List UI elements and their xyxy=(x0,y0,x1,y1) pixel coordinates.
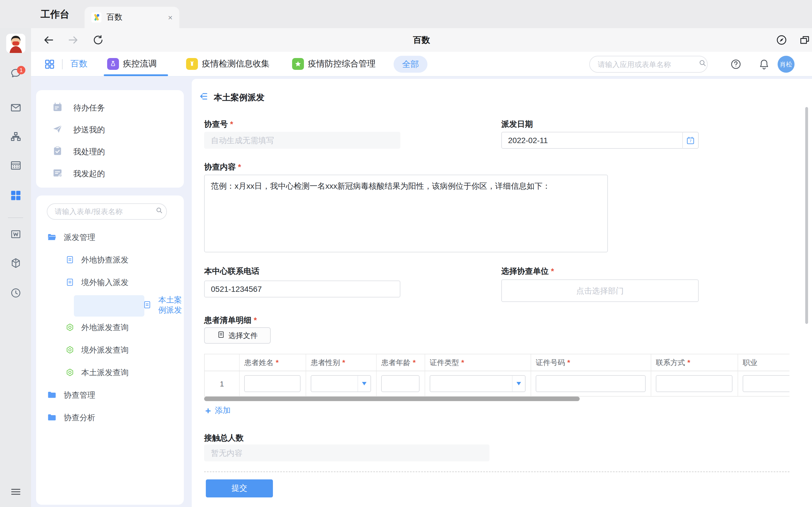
word-doc-icon[interactable] xyxy=(0,228,31,240)
contact-total-label: 接触总人数 xyxy=(204,433,244,443)
compass-icon[interactable] xyxy=(775,34,788,46)
chat-icon[interactable] xyxy=(0,67,31,79)
baishu-logo-icon xyxy=(91,12,101,22)
patient-table-header: 患者姓名* 患者性别* 患者年龄* 证件类型* 证件号码* xyxy=(205,354,790,371)
tree-node-label: 派发管理 xyxy=(64,233,95,243)
submit-button[interactable]: 提交 xyxy=(206,480,273,497)
table-horizontal-scrollbar[interactable] xyxy=(204,397,580,401)
header-occupation: 职业 xyxy=(738,354,790,371)
app-search-input[interactable] xyxy=(597,59,698,69)
profile-avatar[interactable]: 肖松 xyxy=(777,56,795,73)
app-nav: 百数 疾控流调 疫情检测信息收集 疫情防 xyxy=(31,52,812,76)
tree-node-dispatch-mgmt[interactable]: 派发管理 xyxy=(36,226,184,249)
nav-tab-all[interactable]: 全部 xyxy=(394,56,427,73)
survey-content-textarea[interactable]: 范例：x月xx日，我中心检测一名xxx新冠病毒核酸结果为阳性，该病例位于你区，详… xyxy=(204,175,608,252)
id-type-select[interactable] xyxy=(430,375,525,392)
tree-node-label: 外地协查派发 xyxy=(81,255,129,265)
patient-age-input[interactable] xyxy=(381,375,419,392)
mail-icon[interactable] xyxy=(0,101,31,114)
nav-home-baishu[interactable]: 百数 xyxy=(70,59,87,69)
active-tab-underline xyxy=(104,74,168,76)
file-doc-icon xyxy=(217,331,225,340)
tree-node-imported-query[interactable]: 境外派发查询 xyxy=(36,339,184,362)
calendar-icon[interactable]: 7 xyxy=(683,135,698,145)
patient-gender-select[interactable] xyxy=(311,375,371,392)
tree-node-imported-dispatch[interactable]: 境外输入派发 xyxy=(36,272,184,294)
tree-node-local-case-dispatch[interactable]: 本土案例派发 xyxy=(36,294,184,317)
apps-grid-icon[interactable] xyxy=(44,59,55,70)
menu-item-label: 我处理的 xyxy=(73,147,105,157)
choose-file-button[interactable]: 选择文件 xyxy=(204,327,271,344)
svg-text:7: 7 xyxy=(689,138,691,143)
tree-node-label: 本土派发查询 xyxy=(81,368,129,378)
tree-node-label: 境外派发查询 xyxy=(81,345,129,355)
form-doc-icon xyxy=(142,300,151,311)
clock-icon[interactable] xyxy=(0,287,31,299)
menu-item-initiated[interactable]: 我发起的 xyxy=(36,163,184,185)
tree-node-outside-query[interactable]: 外地派发查询 xyxy=(36,317,184,339)
row-number: 1 xyxy=(205,371,240,396)
calendar-grid-icon[interactable] xyxy=(0,159,31,172)
workspace-grid-icon[interactable] xyxy=(0,189,31,202)
cube-icon[interactable] xyxy=(0,257,31,269)
nav-tab-label: 疾控流调 xyxy=(123,59,157,69)
nav-tab-prevention-mgmt[interactable]: 疫情防控综合管理 xyxy=(292,58,375,70)
add-label: 添加 xyxy=(215,406,231,416)
id-number-input[interactable] xyxy=(536,375,646,392)
rail-divider xyxy=(8,217,23,218)
form-search-input[interactable] xyxy=(54,207,155,216)
survey-no-label: 协查号* xyxy=(204,119,233,129)
occupation-input[interactable] xyxy=(743,375,790,392)
collapse-back-icon[interactable] xyxy=(199,91,209,104)
survey-content-label: 协查内容* xyxy=(204,162,241,172)
folder-open-icon xyxy=(47,232,57,244)
menu-item-todo[interactable]: 待办任务 xyxy=(36,97,184,119)
menu-hamburger-icon[interactable] xyxy=(0,486,31,498)
survey-unit-picker[interactable] xyxy=(501,279,699,302)
tree-node-local-query[interactable]: 本土派发查询 xyxy=(36,362,184,384)
org-chart-icon[interactable] xyxy=(0,131,31,143)
form-tree-card: 派发管理 外地协查派发 境外输入派发 xyxy=(36,195,184,505)
tree-node-label: 协查管理 xyxy=(64,390,95,400)
epidemic-survey-app-icon xyxy=(107,58,119,70)
note-edit-icon xyxy=(52,167,63,180)
tree-node-label: 外地派发查询 xyxy=(81,323,129,333)
search-icon xyxy=(698,59,707,70)
survey-unit-label: 选择协查单位* xyxy=(501,267,554,277)
header-id-number: 证件号码* xyxy=(531,354,651,371)
menu-item-label: 我发起的 xyxy=(73,169,105,179)
patient-table: 患者姓名* 患者性别* 患者年龄* 证件类型* 证件号码* xyxy=(204,354,790,397)
tree-node-survey-analysis[interactable]: 协查分析 xyxy=(36,407,184,429)
tab-close-icon[interactable]: × xyxy=(168,13,172,21)
contact-input[interactable] xyxy=(656,375,732,392)
nav-tab-test-info[interactable]: 疫情检测信息收集 xyxy=(186,58,269,70)
survey-no-input[interactable] xyxy=(204,132,400,149)
help-icon[interactable] xyxy=(730,58,742,70)
screen: 工作台 百数 × xyxy=(0,0,812,507)
dispatch-date-label: 派发日期 xyxy=(501,119,533,129)
form-panel: 本土案例派发 协查号* 派发日期 2022-02-11 7 xyxy=(192,79,812,507)
form-tree: 派发管理 外地协查派发 境外输入派发 xyxy=(36,226,184,429)
tree-node-survey-mgmt[interactable]: 协查管理 xyxy=(36,384,184,407)
nav-tab-label: 疫情防控综合管理 xyxy=(308,59,375,69)
patient-name-input[interactable] xyxy=(244,375,301,392)
section-divider xyxy=(204,471,790,472)
browser-tab[interactable]: 百数 × xyxy=(85,7,179,28)
bell-icon[interactable] xyxy=(758,58,770,70)
menu-item-cc-me[interactable]: 抄送我的 xyxy=(36,119,184,141)
center-phone-input[interactable] xyxy=(204,281,400,297)
vertical-scrollbar[interactable] xyxy=(805,107,808,324)
app-search[interactable] xyxy=(589,56,708,73)
report-hex-icon xyxy=(65,368,74,378)
add-row-button[interactable]: + 添加 xyxy=(205,406,231,416)
nav-tab-epidemic-survey[interactable]: 疾控流调 xyxy=(107,58,157,70)
open-new-window-icon[interactable] xyxy=(799,34,811,46)
menu-item-handled[interactable]: 我处理的 xyxy=(36,141,184,163)
choose-file-label: 选择文件 xyxy=(229,330,258,341)
contact-total-input[interactable] xyxy=(204,445,490,461)
tree-node-outside-dispatch[interactable]: 外地协查派发 xyxy=(36,249,184,272)
form-search[interactable] xyxy=(47,203,167,220)
user-avatar[interactable] xyxy=(0,34,31,53)
center-phone-label: 本中心联系电话 xyxy=(204,267,259,277)
dispatch-date-input[interactable]: 2022-02-11 7 xyxy=(501,132,699,149)
